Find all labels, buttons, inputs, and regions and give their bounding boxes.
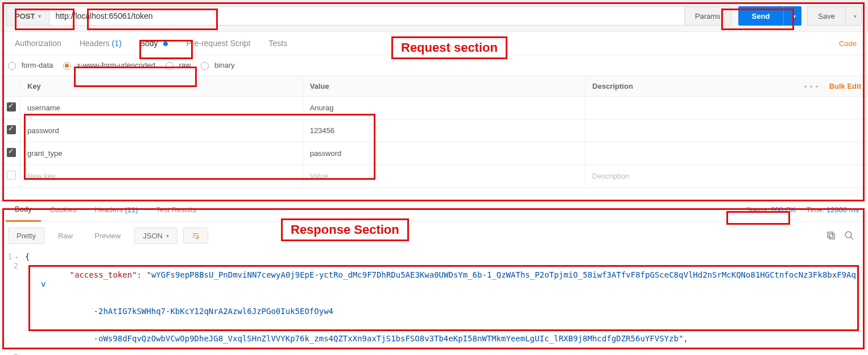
tab-authorization[interactable]: Authorization [6, 32, 71, 55]
annotation-request-label: Request section [391, 36, 507, 59]
radio-urlencoded[interactable]: x-www-form-urlencoded [63, 61, 155, 70]
bulk-edit-link[interactable]: Bulk Edit [829, 82, 861, 90]
http-method-label: POST [15, 12, 35, 20]
wrap-icon [192, 232, 200, 240]
resp-tab-headers-count: (11) [125, 205, 138, 214]
dot-indicator-icon [163, 42, 168, 46]
response-tabs: Body Cookies Headers (11) Test Results S… [0, 198, 868, 222]
send-dropdown[interactable]: ▾ [783, 6, 801, 26]
svg-rect-1 [828, 232, 833, 237]
radio-binary[interactable]: binary [201, 61, 234, 70]
send-button-group: Send ▾ [738, 6, 802, 26]
kv-header-row: Key Value Description • • • Bulk Edit [0, 76, 868, 97]
send-button[interactable]: Send [738, 6, 784, 26]
send-label: Send [752, 12, 770, 20]
tab-prerequest[interactable]: Pre-request Script [177, 32, 259, 55]
kv-key[interactable]: username [20, 98, 303, 118]
svg-point-2 [845, 232, 852, 238]
radio-raw[interactable]: raw [166, 61, 191, 70]
radio-icon [201, 62, 209, 70]
chevron-down-icon: ▾ [854, 13, 857, 19]
tab-tests[interactable]: Tests [259, 32, 296, 55]
radio-form-data[interactable]: form-data [8, 61, 53, 70]
response-controls: Pretty Raw Preview JSON ▾ [0, 222, 868, 250]
kv-value-new[interactable]: Value [303, 166, 586, 186]
body-kv-table: Key Value Description • • • Bulk Edit us… [0, 76, 868, 188]
kv-value[interactable]: Anurag [303, 98, 586, 118]
tab-headers[interactable]: Headers (1) [71, 32, 131, 55]
wrap-button[interactable] [183, 228, 208, 243]
url-input[interactable]: http://localhost:65061/token [49, 6, 684, 26]
svg-line-3 [850, 237, 853, 240]
json-key: "access_token" [70, 270, 137, 279]
resp-tab-headers[interactable]: Headers (11) [86, 199, 147, 221]
url-value: http://localhost:65061/token [55, 11, 152, 20]
row-checkbox[interactable] [7, 102, 16, 112]
kv-row: password 123456 [0, 119, 868, 142]
tab-headers-label: Headers [80, 39, 110, 48]
kv-row: username Anurag [0, 97, 868, 119]
resp-tab-cookies[interactable]: Cookies [41, 199, 86, 221]
time-label: Time: [806, 205, 824, 214]
request-bar: POST ▾ http://localhost:65061/token Para… [0, 0, 868, 32]
kv-row-new: New key Value Description [0, 165, 868, 188]
chevron-down-icon: ▾ [166, 233, 169, 239]
kv-header-desc: Description [592, 82, 633, 90]
raw-button[interactable]: Raw [50, 228, 81, 243]
resp-tab-headers-label: Headers [95, 205, 123, 214]
svg-rect-0 [829, 234, 834, 239]
radio-label: binary [214, 61, 234, 69]
status-label: Status: [746, 205, 768, 214]
kv-header-key: Key [20, 76, 303, 96]
kv-value[interactable]: 123456 [303, 121, 586, 141]
format-label: JSON [143, 232, 163, 240]
tab-body[interactable]: Body [131, 32, 177, 55]
json-str: -oWs98dFqvQzOwbVCwOp9DheJG8_VxqlSHnZlVVY… [94, 334, 684, 343]
chevron-down-icon: ▾ [793, 13, 796, 19]
status-value: 200 OK [771, 205, 796, 214]
kv-row: grant_type password [0, 142, 868, 165]
row-checkbox[interactable] [7, 125, 16, 134]
tab-body-label: Body [140, 39, 158, 48]
more-icon[interactable]: • • • [804, 82, 819, 90]
copy-icon[interactable] [826, 230, 836, 241]
params-label: Params [695, 12, 721, 20]
resp-tab-testresults[interactable]: Test Results [147, 199, 206, 221]
radio-label: form-data [22, 61, 53, 69]
preview-button[interactable]: Preview [86, 228, 129, 243]
search-icon[interactable] [844, 230, 854, 241]
save-button-group: Save ▾ [807, 6, 862, 26]
tab-headers-count: (1) [112, 39, 122, 48]
response-body[interactable]: 1 ▾ { 2 "access_token": "wYGFs9epP8BsU_P… [0, 250, 868, 355]
save-dropdown[interactable]: ▾ [846, 6, 862, 26]
save-label: Save [818, 12, 835, 20]
chevron-down-icon: ▾ [38, 13, 41, 19]
kv-value[interactable]: password [303, 143, 586, 163]
row-checkbox-empty[interactable] [7, 171, 16, 180]
save-button[interactable]: Save [807, 6, 846, 26]
kv-key[interactable]: grant_type [20, 143, 303, 163]
radio-selected-icon [63, 62, 71, 70]
code-link[interactable]: Code [833, 32, 862, 55]
row-checkbox[interactable] [7, 148, 16, 157]
params-button[interactable]: Params [685, 6, 731, 26]
kv-desc-new[interactable]: Description [585, 166, 868, 186]
kv-key[interactable]: password [20, 121, 303, 141]
radio-icon [166, 62, 173, 70]
kv-header-value: Value [303, 76, 586, 96]
annotation-response-label: Response Section [281, 218, 409, 241]
json-str: "wYGFs9epP8BsU_PnDmviNN7cewyA0j9EpE-yctR… [41, 270, 856, 288]
time-value: 12008 ms [826, 205, 859, 214]
radio-icon [8, 62, 16, 70]
code-brace: { [25, 252, 30, 261]
kv-key-new[interactable]: New key [20, 166, 303, 186]
resp-tab-body[interactable]: Body [6, 198, 41, 222]
json-str: -2hAtIG7kSWHhq7-KbKcY12qNrA2Azwl6JzPGo0I… [94, 307, 333, 316]
response-meta: Status: 200 OK Time: 12008 ms [742, 199, 862, 221]
http-method-select[interactable]: POST ▾ [6, 6, 49, 26]
radio-label: x-www-form-urlencoded [77, 61, 155, 69]
pretty-button[interactable]: Pretty [8, 228, 44, 244]
format-select[interactable]: JSON ▾ [134, 228, 177, 244]
radio-label: raw [179, 61, 191, 69]
